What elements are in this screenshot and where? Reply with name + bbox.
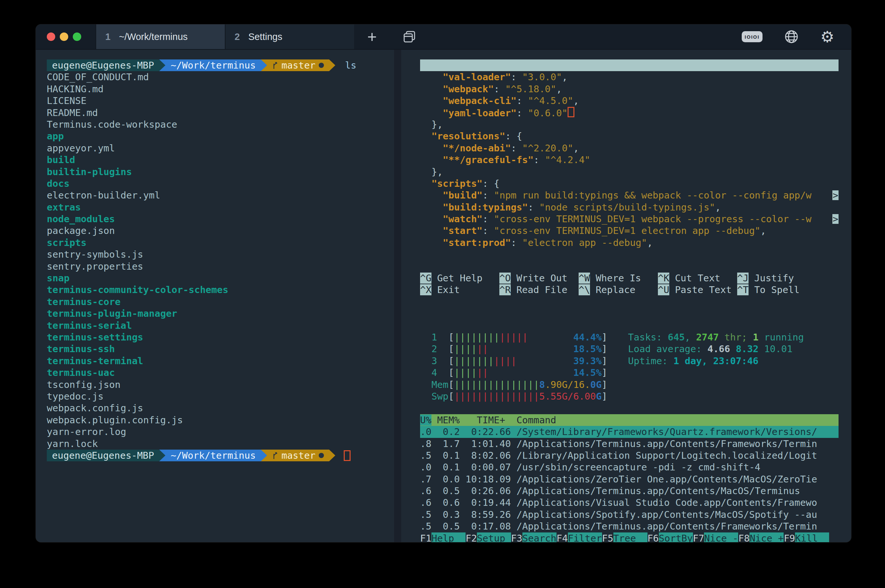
process-row[interactable]: .6 0.5 0:26.06 /Applications/Terminus.ap…	[420, 485, 838, 497]
terminal-cursor	[344, 450, 351, 461]
file-item: yarn.lock	[47, 438, 394, 450]
tab-work-terminus[interactable]: 1 ~/Work/terminus	[96, 24, 225, 49]
git-branch-name: master	[281, 60, 315, 71]
nano-editor: GNU nano 4.5 package.json "val-loader": …	[420, 60, 838, 296]
new-tab-button[interactable]: +	[354, 24, 390, 49]
file-item: yarn-error.log	[47, 426, 394, 438]
fkey-button[interactable]: F9Kill	[784, 533, 829, 542]
split-pane-button[interactable]	[390, 24, 429, 49]
file-item: sentry.properties	[47, 261, 394, 272]
file-item: terminus-serial	[47, 320, 394, 332]
nano-line: "build": "npm run build:typings && webpa…	[420, 189, 838, 201]
process-row[interactable]: .5 0.3 8:59.26 /Applications/Spotify.app…	[420, 509, 838, 520]
htop-process-table: U% MEM% TIME+ Command.0 0.2 0:22.66 /Sys…	[420, 414, 838, 532]
serial-port-icon[interactable]: IOIOI	[742, 31, 762, 42]
powerline-arrow-icon	[329, 60, 335, 71]
minimize-window-button[interactable]	[60, 33, 68, 41]
nano-title-bar: GNU nano 4.5 package.json	[420, 60, 838, 71]
line-continuation-icon: >	[832, 214, 838, 224]
tab-settings[interactable]: 2 Settings	[225, 24, 354, 49]
file-item: package.json	[47, 225, 394, 237]
fkey-button[interactable]: F6SortBy	[648, 533, 693, 542]
tab-title: Settings	[248, 32, 282, 42]
nano-line: "start": "cross-env TERMINUS_DEV=1 elect…	[420, 225, 838, 237]
git-dirty-dot-icon	[319, 453, 324, 458]
fkey-button[interactable]: F3Search	[511, 533, 556, 542]
pane-divider[interactable]	[394, 50, 401, 542]
nano-shortcut: ^R Read File	[500, 284, 579, 296]
nano-shortcut: ^U Paste Text	[658, 284, 737, 296]
htop-meters: Tasks: 645, 2747 thr; 1 runningLoad aver…	[420, 332, 838, 402]
prompt-git-segment: master	[267, 60, 329, 71]
gear-icon: ⚙	[820, 28, 834, 46]
prompt-user-segment: eugene@Eugenes-MBP	[47, 60, 159, 71]
nano-shortcut-row: ^G Get Help^O Write Out^W Where Is^K Cut…	[420, 272, 838, 284]
file-item: builtin-plugins	[47, 166, 394, 178]
terminal-pane-right[interactable]: GNU nano 4.5 package.json "val-loader": …	[420, 60, 838, 542]
htop-meter: 4 [|||||| 14.5%]	[420, 367, 838, 378]
powerline-arrow-icon	[261, 450, 267, 461]
fkey-button[interactable]: F5Tree	[602, 533, 648, 542]
htop-meter: Swp[|||||||||||||||5.55G/6.00G]	[420, 390, 838, 402]
powerline-arrow-icon	[159, 450, 165, 461]
process-row[interactable]: .5 0.1 8:02.06 /Library/Application Supp…	[420, 450, 838, 461]
nano-shortcut: ^O Write Out	[500, 272, 579, 284]
terminal-pane-shell[interactable]: eugene@Eugenes-MBP ~/Work/terminus maste…	[47, 60, 394, 461]
tab-number: 2	[235, 32, 240, 42]
htop-meter: 1 [||||||||||||| 44.4%]	[420, 332, 838, 343]
powerline-arrow-icon	[159, 60, 165, 71]
tab-title: ~/Work/terminus	[119, 32, 188, 42]
fkey-button[interactable]: F4Filter	[556, 533, 602, 542]
nano-line: "watch": "cross-env TERMINUS_DEV=1 webpa…	[420, 213, 838, 225]
nano-line: "resolutions": {	[420, 130, 838, 142]
file-item: appveyor.yml	[47, 142, 394, 154]
file-item: snap	[47, 272, 394, 284]
nano-shortcut: ^J Justify	[737, 272, 816, 284]
nano-line: "webpack": "^5.18.0",	[420, 83, 838, 95]
htop-meter: Mem[|||||||||||||||8.90G/16.0G]	[420, 379, 838, 390]
process-row[interactable]: .8 1.7 1:01.40 /Applications/Terminus.ap…	[420, 438, 838, 450]
nano-shortcut: ^W Where Is	[579, 272, 658, 284]
fkey-button[interactable]: F2Setup	[466, 533, 511, 542]
traffic-lights	[36, 24, 96, 49]
tab-number: 1	[105, 32, 111, 42]
maximize-window-button[interactable]	[73, 33, 81, 41]
process-row[interactable]: .5 0.5 0:17.08 /Applications/Terminus.ap…	[420, 520, 838, 532]
terminus-window: 1 ~/Work/terminus 2 Settings + IOIOI	[36, 24, 851, 542]
powerline-arrow-icon	[329, 450, 335, 461]
nano-cursor	[568, 107, 574, 117]
htop-table-header[interactable]: U% MEM% TIME+ Command	[420, 414, 838, 426]
close-window-button[interactable]	[47, 33, 55, 41]
htop-fkey-bar: F1Help F2Setup F3SearchF4FilterF5Tree F6…	[420, 532, 838, 542]
file-item: extras	[47, 201, 394, 213]
prompt-git-segment: master	[267, 450, 329, 461]
nano-line: "webpack-cli": "^4.5.0",	[420, 95, 838, 106]
nano-line: "scripts": {	[420, 178, 838, 189]
file-item: terminus-terminal	[47, 355, 394, 367]
globe-button[interactable]	[784, 29, 799, 44]
file-item: docs	[47, 178, 394, 189]
split-windows-icon	[402, 30, 417, 44]
file-item: typedoc.js	[47, 390, 394, 402]
process-row[interactable]: .0 0.1 0:00.07 /usr/sbin/screencapture -…	[420, 461, 838, 473]
file-item: sentry-symbols.js	[47, 249, 394, 260]
nano-shortcut: ^K Cut Text	[658, 272, 737, 284]
process-row[interactable]: .6 0.6 0:19.44 /Applications/Visual Stud…	[420, 497, 838, 508]
file-item: HACKING.md	[47, 83, 394, 95]
nano-shortcut-row: ^X Exit^R Read File^\ Replace^U Paste Te…	[420, 284, 838, 296]
file-item: terminus-uac	[47, 367, 394, 378]
git-branch-icon	[272, 451, 278, 460]
htop-meter: 2 [|||||| 18.5%]	[420, 343, 838, 355]
fkey-button[interactable]: F8Nice +	[738, 533, 784, 542]
settings-button[interactable]: ⚙	[820, 28, 834, 46]
file-item: webpack.config.js	[47, 402, 394, 414]
process-row[interactable]: .7 0.0 10:18.09 /Applications/ZeroTier O…	[420, 473, 838, 485]
fkey-button[interactable]: F1Help	[420, 533, 466, 542]
fkey-button[interactable]: F7Nice -	[693, 533, 738, 542]
nano-shortcut: ^G Get Help	[420, 272, 500, 284]
nano-shortcut-bar: ^G Get Help^O Write Out^W Where Is^K Cut…	[420, 272, 838, 296]
file-item: terminus-plugin-manager	[47, 308, 394, 320]
process-row[interactable]: .0 0.2 0:22.66 /System/Library/Framework…	[420, 426, 838, 438]
nano-line	[420, 249, 838, 260]
nano-line: "yaml-loader": "0.6.0"	[420, 107, 838, 118]
